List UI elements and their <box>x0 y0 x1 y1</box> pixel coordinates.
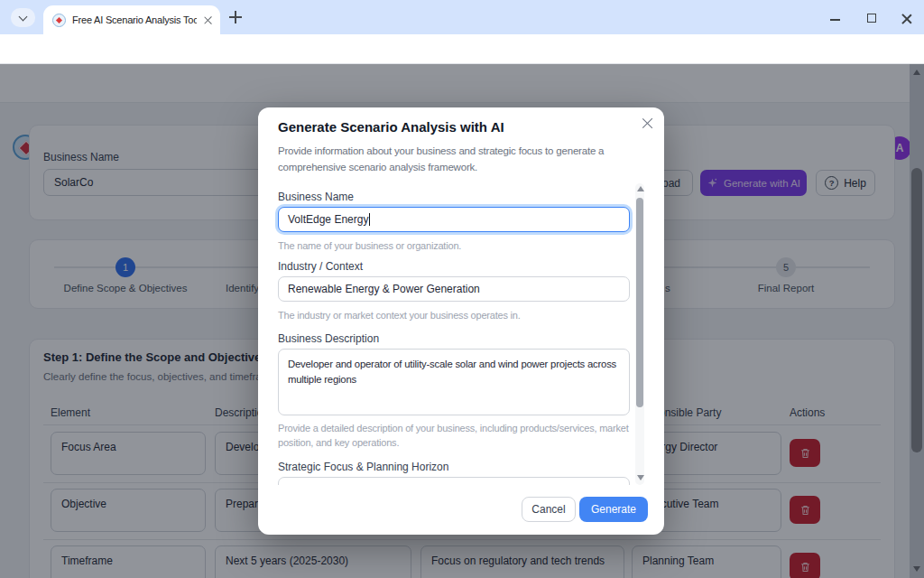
modal-description-helper: Provide a detailed description of your b… <box>278 422 635 451</box>
generate-button[interactable]: Generate <box>579 497 648 522</box>
modal-close-icon[interactable] <box>642 117 652 128</box>
modal-title: Generate Scenario Analysis with AI <box>278 119 504 135</box>
modal-scroll-area[interactable]: Business Name VoltEdge Energy The name o… <box>258 182 651 485</box>
modal-scroll-up-icon[interactable] <box>637 186 644 191</box>
generate-ai-modal: Generate Scenario Analysis with AI Provi… <box>258 107 664 535</box>
modal-business-name-label: Business Name <box>278 191 354 203</box>
modal-scroll-down-icon[interactable] <box>637 475 644 480</box>
modal-scrollbar-thumb[interactable] <box>636 198 643 407</box>
modal-description-label: Business Description <box>278 332 379 345</box>
modal-business-name-input[interactable]: VoltEdge Energy <box>278 207 630 232</box>
modal-description: Provide information about your business … <box>278 143 637 176</box>
modal-strategic-label: Strategic Focus & Planning Horizon <box>278 461 448 473</box>
modal-industry-label: Industry / Context <box>278 260 363 273</box>
modal-industry-input[interactable]: Renewable Energy & Power Generation <box>278 276 630 302</box>
modal-strategic-input[interactable] <box>278 477 630 485</box>
text-caret <box>369 213 370 226</box>
modal-business-name-helper: The name of your business or organizatio… <box>278 239 635 254</box>
modal-industry-helper: The industry or market context your busi… <box>278 309 635 323</box>
cancel-button[interactable]: Cancel <box>522 497 576 522</box>
modal-business-name-value: VoltEdge Energy <box>288 213 368 226</box>
modal-description-textarea[interactable]: Developer and operator of utility-scale … <box>278 349 630 415</box>
